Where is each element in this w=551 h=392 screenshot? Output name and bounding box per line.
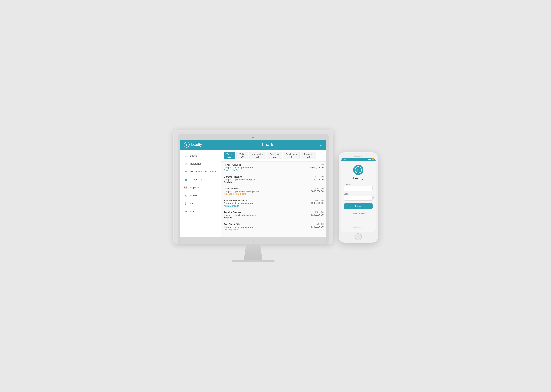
tab-count-5: 13 [307,155,310,158]
tab-label-3: Favoritos [270,153,279,155]
imac: L Leadfy Leads ▽ ▤ Leads [173,130,333,262]
tab-agendados[interactable]: Agendados 15 [249,152,266,160]
lead-value-2: $800,000.00 [311,190,324,192]
lead-item[interactable]: Renato Oliveira Compra – Lindo apartamen… [224,161,324,174]
tab-label-4: Prioridades [286,153,297,155]
lead-status-5: Lead arquivada [224,228,311,231]
lead-info-4: Jessica Santos Aluguel – Casa Linda na A… [224,211,311,219]
lead-desc-4: Aluguel – Casa Linda na Avenida [224,214,311,216]
sidebar-label-sobre: Sobre [190,194,197,197]
sidebar-label-criar-lead: Criar Lead [190,178,202,181]
sidebar: ▤ Leads ↗ Relatórios ▭ Mensagens do Sist… [180,150,221,237]
enter-button[interactable]: Entrar [344,203,373,209]
iphone-time: 15:28 [343,159,347,161]
imac-body: L Leadfy Leads ▽ ▤ Leads [173,130,333,244]
lead-date-0: 6/4 17:00 [309,163,324,166]
app-brand: L Leadfy [180,142,221,147]
tab-visitar[interactable]: Visitar 20 [236,152,248,160]
lead-list: Renato Oliveira Compra – Lindo apartamen… [221,161,326,233]
sidebar-item-info[interactable]: ℹ Info [180,199,221,208]
lead-name-4: Jessica Santos [224,211,311,214]
brand-name: Leadfy [191,143,202,147]
app-header: L Leadfy Leads ▽ [180,140,326,150]
iphone-brand-name: Leadfy [353,176,363,180]
iphone-home-button[interactable] [355,233,362,240]
imac-base [232,260,275,262]
tab-label-1: Visitar [239,153,245,155]
apple-logo-icon:  [252,238,254,243]
lead-value-5: $300,000.00 [311,225,324,228]
lead-item[interactable]: Marcos Antonio Compra – Apartamento na p… [224,174,324,185]
sidebar-item-leads[interactable]: ▤ Leads [180,152,221,160]
scene: L Leadfy Leads ▽ ▤ Leads [173,130,378,262]
tab-todos[interactable]: Todos 181 [224,152,235,160]
app-title: Leads [221,142,316,147]
iphone-inner: 15:28 ●●● 🛜 L Leadfy Usuário [341,158,376,232]
lead-meta-2: 10/5 21:00 $800,000.00 [311,187,324,192]
password-label: Senha [344,193,373,195]
lead-name-1: Marcos Antonio [224,175,311,178]
username-label: Usuário [344,183,373,185]
lead-date-3: 20/4 19:00 [311,199,324,202]
sidebar-item-sair[interactable]: → Sair [180,208,221,215]
lead-item[interactable]: Ana Carla Silva Compra – Lindo apartamen… [224,221,324,233]
lead-desc-0: Compra – Lindo apartamento [224,167,309,169]
iphone-logo-container: L Leadfy [353,165,363,180]
lead-info-5: Ana Carla Silva Compra – Lindo apartamen… [224,223,311,231]
main-content: Todos 181 Visitar 20 Agendados 15 Favori… [221,150,326,237]
lead-desc-2: Compra – Apartamento com piscina [224,190,311,193]
sidebar-label-mensagens: Mensagens do Sistema [190,170,217,173]
lead-item[interactable]: Lorenzo Silva Compra – Apartamento com p… [224,185,324,197]
iphone-status-bar: 15:28 ●●● 🛜 [341,158,376,161]
sobre-icon: ◎ [184,194,188,197]
sidebar-item-criar-lead[interactable]: ▣ Criar Lead [180,175,221,183]
lead-item[interactable]: Joana Carla Moreira Compra – Lindo apart… [224,197,324,209]
signup-link[interactable]: Não tem cadastro? [344,212,373,215]
lead-meta-0: 6/4 17:00 $2,000,000.00 [309,163,324,168]
lead-date-1: 10/4 11:00 [311,175,324,178]
password-input-row: 👁 [344,196,373,201]
mensagens-icon: ▭ [184,170,188,174]
imac-camera [252,137,254,138]
lead-value-3: $900,000.00 [311,202,324,204]
lead-status-4: Alugado [224,217,311,219]
lead-value-0: $2,000,000.00 [309,166,324,168]
tab-count-3: 11 [273,155,276,158]
sidebar-item-suporte[interactable]: 📢 Suporte [180,183,221,191]
lead-status-2: Atrasado: cobrar cliente [224,193,311,195]
sidebar-label-leads: Leads [190,154,197,157]
relatorios-icon: ↗ [184,162,188,166]
lead-status-3: Visita agendada [224,204,311,207]
lead-meta-5: 1/5 20:00 $300,000.00 [311,223,324,228]
iphone-signal: ●●● 🛜 [368,159,374,161]
sidebar-label-sair: Sair [190,210,195,213]
tab-label-2: Agendados [252,153,263,155]
iphone-version: versão 4.6.0 [353,225,363,229]
username-input[interactable] [344,186,373,191]
app-body: ▤ Leads ↗ Relatórios ▭ Mensagens do Sist… [180,150,326,237]
password-input[interactable] [346,197,372,199]
imac-stand [241,244,265,260]
tab-prioridades[interactable]: Prioridades 8 [283,152,300,160]
lead-value-1: $700,000.00 [311,178,324,181]
info-icon: ℹ [184,202,188,205]
sidebar-item-mensagens[interactable]: ▭ Mensagens do Sistema [180,168,221,175]
leads-icon: ▤ [184,154,188,157]
lead-status-1: Vendido [224,181,311,183]
iphone-top [341,154,376,158]
lead-desc-1: Compra – Apartamento na praia [224,178,311,181]
filter-icon[interactable]: ▽ [316,142,326,147]
brand-logo-icon: L [184,142,190,147]
tab-atrasados[interactable]: Atrasados 13 [301,152,316,160]
tab-favoritos[interactable]: Favoritos 11 [267,152,282,160]
lead-date-4: 10/5 13:00 [311,211,324,213]
suporte-icon: 📢 [184,186,188,189]
sidebar-item-relatorios[interactable]: ↗ Relatórios [180,160,221,168]
lead-info-0: Renato Oliveira Compra – Lindo apartamen… [224,163,309,171]
tab-count-4: 8 [291,155,292,158]
lead-item[interactable]: Jessica Santos Aluguel – Casa Linda na A… [224,209,324,221]
imac-chin:  [180,237,326,244]
sidebar-item-sobre[interactable]: ◎ Sobre [180,191,221,199]
lead-meta-3: 20/4 19:00 $900,000.00 [311,199,324,204]
eye-icon[interactable]: 👁 [372,197,375,199]
